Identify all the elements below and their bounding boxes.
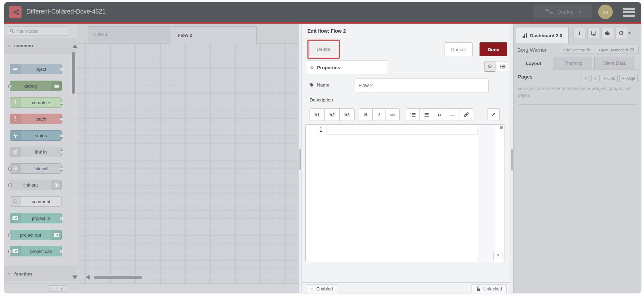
editor-help-button[interactable]: ? <box>493 252 502 260</box>
screenshot-frame: Different-Collared-Dove-4521 Deploy ▾ su <box>0 0 644 296</box>
flow-locked-toggle[interactable]: Unlocked <box>472 284 507 293</box>
h1-button[interactable]: h1 <box>310 108 325 121</box>
inject-arrow-icon <box>10 64 20 74</box>
node-palette: › common inject debug ! complete ! catch <box>4 24 77 293</box>
output-port <box>60 101 63 105</box>
palette-node-inject[interactable]: inject <box>10 64 62 74</box>
bold-button[interactable]: B <box>359 108 373 121</box>
description-view-button[interactable] <box>497 61 508 72</box>
main-menu-button[interactable] <box>621 7 637 17</box>
name-label: Name <box>310 82 329 88</box>
add-link-button[interactable]: + Link <box>601 75 618 82</box>
bullet-list-button[interactable] <box>420 108 433 121</box>
ordered-list-button[interactable] <box>406 108 420 121</box>
tab-theming[interactable]: Theming <box>554 57 592 69</box>
tag-icon <box>310 83 314 87</box>
palette-collapse-all-button[interactable]: « <box>49 285 57 292</box>
palette-node-link-in[interactable]: link in <box>10 147 62 157</box>
h3-button[interactable]: h3 <box>340 108 355 121</box>
gear-icon: ⚙ <box>587 48 590 52</box>
scrollbar-thumb[interactable] <box>500 126 503 129</box>
palette-expand-all-button[interactable]: » <box>58 285 66 292</box>
properties-view-button[interactable]: ⚙ <box>484 61 495 72</box>
move-page-up-button[interactable]: « <box>582 75 590 82</box>
flow-name-input[interactable] <box>355 79 489 92</box>
sidebar-info-button[interactable]: i <box>574 27 585 39</box>
dashboard-section-tabs: Layout Theming Client Data <box>514 57 641 69</box>
tab-flow-1[interactable]: Flow 1 <box>88 26 171 42</box>
palette-node-link-out[interactable]: link out <box>10 180 62 190</box>
deploy-label: Deploy <box>557 9 574 15</box>
gear-icon: ⚙ <box>488 63 492 69</box>
palette-node-status[interactable]: status <box>10 130 62 141</box>
add-page-button[interactable]: + Page <box>619 75 638 82</box>
deploy-button[interactable]: Deploy ▾ <box>534 5 592 18</box>
flow-enabled-toggle[interactable]: ○ Enabled <box>306 284 337 293</box>
tab-client-data[interactable]: Client Data <box>594 57 634 69</box>
palette-node-project-call[interactable]: project call <box>10 246 62 256</box>
bar-chart-icon <box>522 33 527 38</box>
scrollbar-thumb[interactable] <box>299 149 301 170</box>
edit-settings-button[interactable]: Edit Settings ⚙ <box>560 46 594 54</box>
palette-scrollbar-thumb[interactable] <box>72 52 75 94</box>
hscroll-left-arrow[interactable] <box>86 275 90 280</box>
description-editor[interactable]: 1 ? <box>305 124 505 262</box>
delete-button[interactable]: Delete <box>310 42 337 56</box>
output-port <box>60 167 63 171</box>
editor-minimap[interactable] <box>478 125 494 262</box>
tray-resize-grip-right[interactable] <box>510 24 514 293</box>
sidebar-debug-button[interactable] <box>601 27 613 39</box>
tab-flow-2[interactable]: Flow 2 <box>172 26 257 44</box>
workspace-footer <box>77 283 298 293</box>
palette-node-project-in[interactable]: project in <box>10 213 62 223</box>
output-port <box>60 150 63 154</box>
cancel-button[interactable]: Cancel <box>444 42 473 56</box>
input-port <box>8 84 12 88</box>
deploy-caret-icon[interactable]: ▾ <box>579 9 582 14</box>
node-red-logo-icon <box>9 6 22 18</box>
hscrollbar-thumb[interactable] <box>94 276 142 279</box>
scrollbar-thumb[interactable] <box>511 149 513 170</box>
palette-node-debug[interactable]: debug <box>10 81 62 91</box>
radio-circle-icon: ○ <box>311 286 313 291</box>
link-button[interactable] <box>459 108 473 121</box>
list-button-group: “ — <box>406 108 473 121</box>
palette-node-project-out[interactable]: project out <box>10 230 62 240</box>
palette-node-link-call[interactable]: link call <box>10 163 62 174</box>
flow-canvas[interactable] <box>77 43 298 283</box>
tray-resize-grip-left[interactable] <box>298 24 302 293</box>
palette-node-complete[interactable]: ! complete <box>10 97 62 108</box>
quote-button[interactable]: “ <box>433 108 446 121</box>
move-page-down-button[interactable]: » <box>591 75 600 82</box>
book-icon <box>591 31 596 36</box>
user-avatar[interactable]: su <box>598 5 613 19</box>
palette-category-common[interactable]: › common <box>4 38 77 54</box>
sidebar-settings-button[interactable]: ⚙ <box>615 27 627 39</box>
active-line-highlight <box>327 126 478 135</box>
editor-vscrollbar[interactable] <box>500 125 503 262</box>
palette-node-comment[interactable]: comment <box>10 196 62 207</box>
code-button[interactable]: </> <box>386 108 400 121</box>
italic-button[interactable]: I <box>373 108 386 121</box>
tab-dashboard-2[interactable]: Dashboard 2.0 <box>516 27 569 43</box>
sidebar-help-button[interactable] <box>587 27 599 39</box>
edit-flow-dialog: Edit flow: Flow 2 Delete Cancel Done ⚙ P… <box>302 24 510 293</box>
h2-button[interactable]: h2 <box>325 108 340 121</box>
input-port <box>8 250 12 253</box>
palette-filter-input[interactable] <box>16 28 61 34</box>
palette-category-function[interactable]: › function <box>4 266 77 281</box>
tab-layout[interactable]: Layout <box>515 57 552 70</box>
open-dashboard-button[interactable]: Open Dashboard <box>596 46 639 54</box>
done-button[interactable]: Done <box>480 42 507 56</box>
sidebar-more-tabs-button[interactable]: ▾ <box>628 30 631 35</box>
horizontal-rule-button[interactable]: — <box>446 108 459 121</box>
expand-editor-button[interactable] <box>487 108 500 121</box>
input-port <box>8 233 12 237</box>
tab-properties[interactable]: ⚙ Properties <box>306 60 388 74</box>
gear-icon: ⚙ <box>618 30 624 37</box>
list-icon <box>500 64 506 69</box>
dashboard-subheader: Borg Warner Edit Settings ⚙ Open Dashboa… <box>514 43 641 57</box>
palette-search-box[interactable] <box>7 26 68 36</box>
deploy-icon <box>545 9 554 14</box>
palette-node-catch[interactable]: ! catch <box>10 114 62 124</box>
